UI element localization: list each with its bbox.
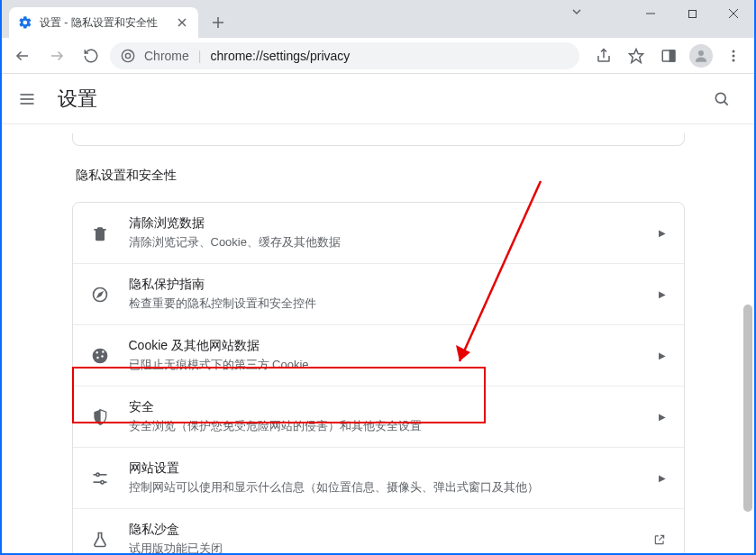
window-titlebar: 设置 - 隐私设置和安全性 [2, 0, 754, 38]
chevron-right-icon: ▶ [659, 412, 666, 422]
svg-point-20 [733, 54, 735, 57]
svg-point-25 [715, 93, 725, 103]
search-button[interactable] [704, 81, 740, 117]
gear-icon [18, 15, 32, 30]
url-path: chrome://settings/privacy [210, 49, 350, 63]
compass-icon [91, 286, 109, 304]
avatar-icon [689, 44, 713, 68]
flask-icon [91, 531, 109, 549]
window-maximize-button[interactable] [671, 0, 713, 27]
scrollbar-thumb[interactable] [743, 305, 752, 512]
chevron-right-icon: ▶ [659, 228, 666, 238]
side-panel-icon[interactable] [653, 41, 684, 71]
share-icon[interactable] [588, 41, 619, 71]
row-privacy-sandbox[interactable]: 隐私沙盒 试用版功能已关闭 [73, 508, 684, 555]
settings-content: 隐私设置和安全性 清除浏览数据 清除浏览记录、Cookie、缓存及其他数据 ▶ [2, 124, 754, 555]
address-bar[interactable]: Chrome | chrome://settings/privacy [110, 42, 579, 69]
trash-icon [91, 224, 109, 242]
back-button[interactable] [7, 41, 38, 71]
svg-point-11 [125, 53, 130, 58]
window-close-button[interactable] [713, 0, 754, 27]
svg-point-19 [733, 50, 735, 52]
browser-toolbar: Chrome | chrome://settings/privacy [2, 38, 754, 74]
svg-rect-17 [670, 50, 675, 61]
tab-title: 设置 - 隐私设置和安全性 [40, 15, 168, 31]
external-link-icon [653, 533, 666, 546]
menu-icon[interactable] [16, 88, 38, 110]
chevron-right-icon: ▶ [659, 473, 666, 483]
svg-point-18 [698, 50, 704, 56]
bookmark-icon[interactable] [621, 41, 651, 71]
row-title: 安全 [129, 399, 639, 415]
row-site-settings[interactable]: 网站设置 控制网站可以使用和显示什么信息（如位置信息、摄像头、弹出式窗口及其他）… [73, 447, 684, 508]
profile-button[interactable] [686, 41, 716, 71]
section-title: 隐私设置和安全性 [76, 168, 685, 184]
svg-point-32 [100, 480, 103, 483]
svg-point-10 [122, 50, 133, 61]
previous-card-edge [72, 133, 685, 146]
tab-search-icon[interactable] [570, 5, 583, 18]
svg-point-31 [96, 473, 98, 476]
row-security[interactable]: 安全 安全浏览（保护您免受危险网站的侵害）和其他安全设置 ▶ [73, 386, 684, 447]
row-sub: 安全浏览（保护您免受危险网站的侵害）和其他安全设置 [129, 418, 639, 434]
row-title: 清除浏览数据 [129, 215, 639, 232]
new-tab-button[interactable] [205, 10, 231, 35]
vertical-scrollbar[interactable] [740, 124, 754, 555]
row-title: 网站设置 [129, 460, 639, 477]
forward-button[interactable] [41, 41, 72, 71]
svg-marker-14 [630, 49, 643, 62]
row-cookies[interactable]: Cookie 及其他网站数据 已阻止无痕模式下的第三方 Cookie ▶ [73, 324, 684, 386]
row-title: 隐私沙盒 [129, 522, 633, 538]
close-tab-icon[interactable] [175, 15, 189, 30]
row-clear-browsing-data[interactable]: 清除浏览数据 清除浏览记录、Cookie、缓存及其他数据 ▶ [73, 203, 684, 263]
browser-tab[interactable]: 设置 - 隐私设置和安全性 [9, 7, 198, 38]
chrome-icon [121, 49, 135, 63]
settings-header: 设置 [2, 74, 754, 124]
shield-icon [91, 408, 109, 426]
page-title: 设置 [58, 86, 97, 113]
svg-rect-5 [688, 10, 696, 17]
svg-point-21 [733, 59, 735, 61]
reload-button[interactable] [76, 41, 106, 71]
chevron-right-icon: ▶ [659, 350, 666, 360]
url-separator: | [198, 49, 202, 63]
tune-icon [91, 469, 109, 487]
row-privacy-guide[interactable]: 隐私保护指南 检查重要的隐私控制设置和安全控件 ▶ [73, 263, 684, 324]
svg-marker-28 [97, 292, 102, 296]
row-sub: 已阻止无痕模式下的第三方 Cookie [129, 357, 639, 373]
svg-line-26 [724, 101, 728, 105]
row-title: 隐私保护指南 [129, 277, 639, 293]
window-minimize-button[interactable] [630, 0, 671, 27]
row-sub: 检查重要的隐私控制设置和安全控件 [129, 296, 639, 312]
row-sub: 清除浏览记录、Cookie、缓存及其他数据 [129, 234, 639, 250]
cookie-icon [91, 347, 109, 365]
chevron-right-icon: ▶ [659, 289, 666, 299]
row-sub: 控制网站可以使用和显示什么信息（如位置信息、摄像头、弹出式窗口及其他） [129, 479, 639, 496]
privacy-card: 清除浏览数据 清除浏览记录、Cookie、缓存及其他数据 ▶ 隐私保护指南 检查… [72, 202, 685, 555]
menu-button[interactable] [718, 41, 749, 71]
row-sub: 试用版功能已关闭 [129, 541, 633, 555]
row-title: Cookie 及其他网站数据 [129, 338, 639, 354]
url-host: Chrome [144, 49, 189, 63]
